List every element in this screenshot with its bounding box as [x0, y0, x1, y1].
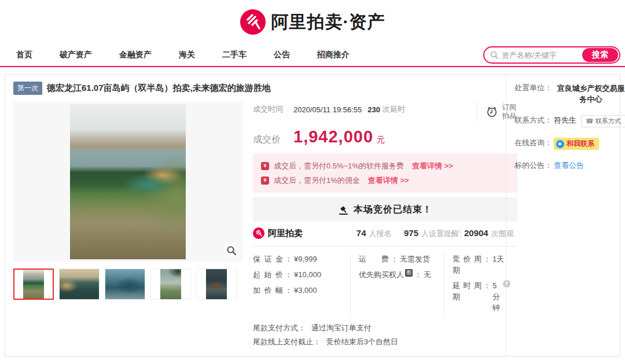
term-increment: 加 价 幅 ： ¥3,000 [253, 285, 343, 296]
deal-time-label: 成交时间 [253, 104, 293, 115]
stat-applicants-label: 人报名 [369, 229, 392, 239]
disposal-unit-row: 处置单位： 宜良城乡产权交易服务中心 [514, 83, 625, 105]
term-start-price-label: 起 始 价 [253, 269, 283, 280]
fee-detail-link[interactable]: 查看详情 >> [412, 159, 453, 173]
phone-icon: ☎ [586, 117, 594, 125]
fee-notice-line: ¥ 成交后，需另付0.5%~1%的软件服务费 查看详情 >> [261, 159, 509, 173]
contact-label: 联系方式： [514, 115, 554, 126]
disposal-unit-label: 处置单位： [514, 83, 554, 93]
commission-notice-text: 成交后，需另付1%的佣金 [274, 173, 360, 187]
main-nav: 首页 破产资产 金融资产 海关 二手车 公告 招商推介 搜索 [0, 44, 625, 67]
commission-detail-link[interactable]: 查看详情 >> [368, 173, 409, 187]
contact-row: 联系方式： 符先生 ☎ 联系方式 [514, 115, 625, 127]
nav-item-customs[interactable]: 海关 [179, 50, 195, 60]
stat-applicants: 74 人报名 [345, 228, 402, 239]
fee-icon: ¥ [261, 177, 269, 185]
stat-reminders-value: 975 [404, 228, 418, 238]
phase-badge: 第一次 [13, 82, 42, 95]
term-increment-value: ¥3,000 [294, 285, 317, 296]
deal-time-value: 2020/05/11 19:56:55 [293, 105, 362, 114]
online-consult-row: 在线咨询： 和我联系 [514, 138, 625, 150]
term-deposit: 保 证 金 ： ¥9,999 [253, 253, 343, 264]
listing-main: 第一次 德宏龙江61.07亩岛屿（双半岛）拍卖,未来德宏的旅游胜地 [5, 75, 506, 356]
colon: ： [483, 253, 491, 264]
search-box: 搜索 [483, 46, 620, 64]
term-increment-label: 加 价 幅 [253, 285, 283, 296]
nav-item-promotion[interactable]: 招商推介 [317, 50, 350, 60]
view-announcement-link[interactable]: 查看公告 [554, 160, 584, 171]
payment-method-label: 尾款支付方式： [253, 323, 306, 332]
contact-me-badge[interactable]: 和我联系 [554, 138, 599, 150]
auction-status-text: 本场竞价已结束！ [354, 204, 432, 216]
search-input[interactable] [502, 51, 582, 60]
nav-item-financial-assets[interactable]: 金融资产 [119, 50, 152, 60]
search-button[interactable]: 搜索 [582, 48, 618, 62]
main-photo-stage [13, 102, 242, 262]
auction-info: 成交时间 2020/05/11 19:56:55 230 次延时 [242, 102, 517, 349]
term-shipping-value: 无需发货 [400, 253, 430, 264]
deal-price-currency: 元 [377, 135, 385, 145]
nav-item-announcements[interactable]: 公告 [274, 50, 290, 60]
term-delay-cycle-value: 5分钟 [492, 280, 500, 313]
term-bid-cycle: 竞 价 周 期 ： 1天 [453, 253, 510, 275]
priority-buyer-info-icon: 图 [405, 269, 413, 277]
term-deposit-value: ¥9,999 [294, 253, 317, 264]
colon: ： [285, 269, 292, 280]
search-icon [490, 51, 498, 59]
wangwang-icon [556, 140, 564, 148]
auction-status-bar: 本场竞价已结束！ [253, 197, 517, 222]
gavel-icon [338, 204, 349, 215]
term-priority-buyer: 优先购买权人 图 ： 无 [359, 269, 437, 280]
payment-deadline-line: 尾款线上支付截止： 竞价结束后3个自然日 [253, 335, 517, 349]
colon: ： [285, 253, 292, 264]
colon: ： [483, 280, 491, 291]
thumbnail-strip [13, 269, 242, 300]
aliauction-logo-icon [240, 9, 266, 35]
term-delay-cycle-label: 延 时 周 期 [453, 280, 481, 302]
photo-zoom-button[interactable] [224, 243, 239, 258]
nav-item-home[interactable]: 首页 [16, 50, 32, 60]
seller-sidebar: 处置单位： 宜良城乡产权交易服务中心 联系方式： 符先生 ☎ 联系方式 在线咨询… [506, 75, 625, 356]
page-header: 阿里拍卖·资产 [0, 0, 625, 44]
contact-method-button[interactable]: ☎ 联系方式 [581, 115, 625, 127]
lot-announcement-label: 标的公告： [514, 160, 554, 171]
term-deposit-label: 保 证 金 [253, 253, 283, 264]
thumbnail-3[interactable] [105, 269, 145, 300]
fee-notice-line: ¥ 成交后，需另付1%的佣金 查看详情 >> [261, 173, 509, 187]
nav-item-used-cars[interactable]: 二手车 [222, 50, 247, 60]
thumbnail-5[interactable] [196, 269, 237, 300]
stat-views-value: 20904 [464, 228, 488, 238]
listing-card: 第一次 德宏龙江61.07亩岛屿（双半岛）拍卖,未来德宏的旅游胜地 [5, 74, 620, 356]
thumbnail-1-selected[interactable] [13, 269, 54, 300]
term-start-price-value: ¥10,000 [294, 269, 321, 280]
auction-terms: 保 证 金 ： ¥9,999 起 始 价 ： ¥10,000 加 价 幅 ： [253, 247, 517, 320]
site-logo-text: 阿里拍卖·资产 [271, 10, 385, 34]
deal-price-label: 成交价 [253, 134, 293, 146]
deal-price-value: 1,942,000 [293, 127, 373, 146]
thumbnail-2[interactable] [59, 269, 100, 300]
delay-count: 230 [367, 105, 380, 114]
nav-item-bankruptcy-assets[interactable]: 破产资产 [60, 50, 92, 60]
alarm-clock-icon [486, 105, 498, 118]
term-shipping-label: 运 费 [359, 253, 389, 264]
fee-icon: ¥ [261, 162, 269, 170]
term-start-price: 起 始 价 ： ¥10,000 [253, 269, 343, 280]
thumbnail-4[interactable] [150, 269, 191, 300]
payment-method-line: 尾款支付方式： 通过淘宝订单支付 [253, 321, 517, 335]
listing-title-row: 第一次 德宏龙江61.07亩岛屿（双半岛）拍卖,未来德宏的旅游胜地 [13, 82, 498, 95]
aliauction-logo-small-icon [253, 227, 264, 239]
colon: ： [391, 253, 398, 264]
stat-applicants-value: 74 [356, 228, 366, 238]
stat-reminders-label: 人设置提醒 [421, 229, 459, 239]
payment-deadline-label: 尾款线上支付截止： [253, 337, 321, 346]
listing-photo[interactable] [70, 104, 186, 259]
colon: ： [414, 269, 422, 280]
term-shipping: 运 费 ： 无需发货 [359, 253, 437, 264]
stat-reminders: 975 人设置提醒 [402, 228, 459, 239]
payment-method-value: 通过淘宝订单支付 [311, 323, 372, 332]
colon: ： [285, 285, 292, 296]
term-priority-buyer-label: 优先购买权人 [359, 269, 404, 280]
listing-title: 德宏龙江61.07亩岛屿（双半岛）拍卖,未来德宏的旅游胜地 [47, 83, 271, 94]
disposal-unit-value: 宜良城乡产权交易服务中心 [554, 83, 625, 105]
term-bid-cycle-label: 竞 价 周 期 [453, 253, 481, 275]
